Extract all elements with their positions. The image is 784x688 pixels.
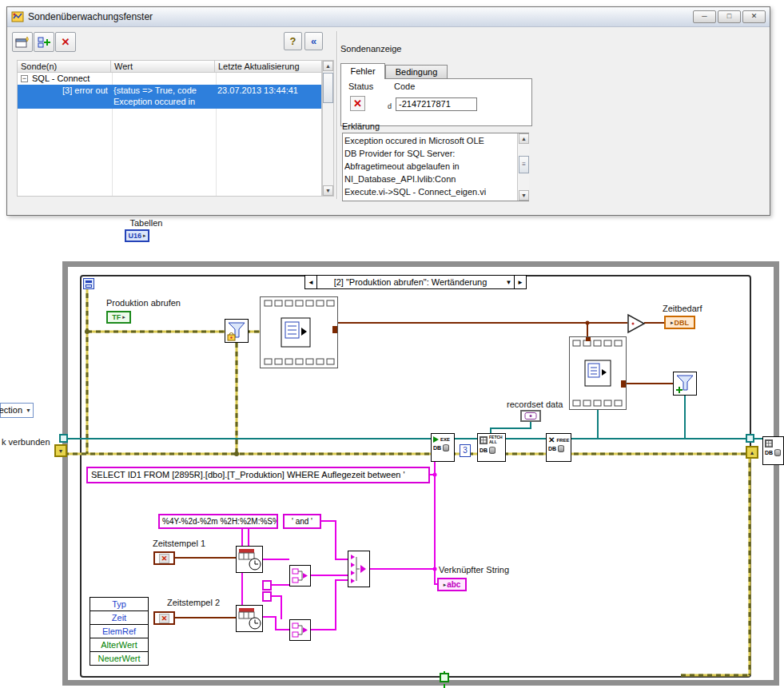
produktion-abrufen-label: Produktion abrufen — [106, 298, 181, 308]
produktion-abrufen-tf-terminal[interactable]: TF ▸ — [106, 311, 131, 324]
tab-bedingung[interactable]: Bedingung — [385, 65, 448, 79]
app-icon — [11, 10, 24, 23]
erklaerung-line: Abfragetimeout abgelaufen in — [344, 160, 515, 173]
tree-row-sql-connect[interactable]: − SQL - Connect — [18, 73, 323, 85]
scroll-down-button[interactable]: ▼ — [519, 190, 529, 201]
event-field-zeit[interactable]: Zeit — [90, 610, 149, 625]
db-execute-query-node[interactable]: EXE DB — [431, 433, 455, 462]
maximize-button[interactable]: □ — [718, 10, 741, 23]
probe-table-body: − SQL - Connect [3] error out {status =>… — [17, 73, 322, 197]
help-button[interactable]: ? — [284, 32, 302, 50]
free-text: FREE — [556, 438, 569, 443]
column-header-sonde[interactable]: Sonde(n) — [17, 60, 111, 73]
small-string-constant[interactable] — [262, 591, 272, 602]
probe-watch-window: Sondenüberwachungsfenster ─ □ ✕ ✕ — [6, 6, 770, 216]
format-datetime-node-2[interactable] — [236, 605, 263, 632]
concatenate-icon — [348, 551, 369, 587]
sequence-frame-2[interactable] — [569, 336, 627, 410]
erklaerung-textbox[interactable]: Exception occured in Microsoft OLE DB Pr… — [342, 133, 529, 201]
db-text: DB — [765, 450, 773, 455]
concatenate-strings-node[interactable] — [348, 551, 370, 587]
column-header-wert[interactable]: Wert — [111, 60, 215, 73]
previous-case-icon[interactable]: ◄ — [305, 276, 317, 288]
hourglass-lock-icon — [225, 320, 248, 342]
tabellen-u16-terminal[interactable]: U16 ▸ — [125, 229, 149, 242]
db-free-recordset-node[interactable]: ✕FREE DB — [546, 433, 571, 462]
string-merge-icon — [290, 620, 310, 640]
scrollbar-thumb[interactable] — [323, 73, 333, 103]
new-probe-window-icon — [15, 36, 30, 49]
zeitstempel2-terminal[interactable]: ✕ — [153, 611, 175, 625]
string-function-node-1[interactable] — [289, 565, 311, 587]
and-string-constant[interactable]: ' and ' — [283, 514, 321, 529]
code-radix[interactable]: d — [388, 102, 392, 110]
recordset-grid-icon — [480, 436, 488, 444]
event-field-elemref[interactable]: ElemRef — [90, 624, 149, 638]
probe-value-line2: Exception occured in — [113, 97, 195, 106]
new-probe-window-button[interactable] — [12, 32, 33, 52]
event-case-selector[interactable]: ◄ [2] "Produktion abrufen": Wertänderung… — [304, 275, 527, 289]
event-data-fields: Typ Zeit ElemRef AlterWert NeuerWert — [90, 597, 149, 666]
zeitstempel1-terminal[interactable]: ✕ — [153, 551, 175, 565]
sql-query-constant[interactable]: SELECT ID1 FROM [2895R].[dbo].[T_Produkt… — [86, 467, 430, 483]
verbunden-label: k verbunden — [2, 437, 50, 447]
delete-probe-icon: ✕ — [62, 36, 70, 48]
small-string-constant[interactable] — [262, 580, 272, 591]
format-datetime-node-1[interactable] — [236, 546, 263, 573]
db-open-connection-node[interactable] — [225, 319, 249, 343]
db-fetch-all-node[interactable]: FETCHALL DB — [477, 433, 506, 462]
collapse-icon: « — [311, 35, 316, 47]
selected-probe-row[interactable]: [3] error out {status => True, code Exce… — [18, 85, 321, 109]
scroll-up-button[interactable]: ▲ — [323, 61, 333, 71]
code-value-field[interactable]: -2147217871 — [396, 97, 477, 111]
time-format-constant[interactable]: %4Y-%2d-%2m %2H:%2M:%S%3u — [158, 514, 278, 529]
zeitbedarf-dbl-terminal[interactable]: ▸ DBL — [664, 316, 695, 329]
minimize-button[interactable]: ─ — [693, 10, 716, 23]
scrollbar-thumb[interactable]: ≡ — [519, 156, 529, 173]
probe-name-cell: [3] error out — [62, 86, 108, 95]
event-field-alterwert[interactable]: AlterWert — [90, 638, 149, 652]
verknuepfter-string-label: Verknüpfter String — [439, 565, 509, 575]
next-case-icon[interactable]: ► — [514, 276, 526, 288]
timestamp-x-icon: ✕ — [159, 614, 170, 623]
recordset-refnum-terminal[interactable] — [520, 410, 541, 422]
comparison-node[interactable] — [627, 313, 646, 334]
window-titlebar[interactable]: Sondenüberwachungsfenster ─ □ ✕ — [7, 7, 770, 27]
zeitbedarf-label: Zeitbedarf — [663, 304, 702, 313]
delete-probe-button[interactable]: ✕ — [55, 32, 76, 52]
case-dropdown-icon[interactable]: ▼ — [503, 276, 514, 288]
erklaerung-line: Execute.vi->SQL - Connect_eigen.vi — [344, 185, 515, 198]
verknuepfter-string-terminal[interactable]: ▸ abc — [437, 578, 467, 591]
scroll-down-button[interactable]: ▼ — [323, 185, 333, 196]
event-field-typ[interactable]: Typ — [90, 597, 149, 611]
tunnel-db-right — [746, 434, 754, 443]
erklaerung-text: Exception occured in Microsoft OLE DB Pr… — [344, 134, 515, 200]
erklaerung-scrollbar[interactable]: ▲ ≡ ▼ — [517, 133, 529, 201]
close-button[interactable]: ✕ — [742, 10, 766, 23]
collapse-panel-button[interactable]: « — [304, 32, 323, 50]
scroll-up-button[interactable]: ▲ — [519, 133, 529, 144]
string-function-node-2[interactable] — [289, 619, 311, 641]
calendar-clock-icon — [237, 606, 262, 631]
erklaerung-line: DB Provider for SQL Server: — [344, 147, 515, 160]
tab-fehler[interactable]: Fehler — [340, 63, 385, 79]
add-probe-button[interactable] — [34, 32, 54, 52]
rows-count-constant[interactable]: 3 — [460, 444, 471, 457]
column-header-aktualisierung[interactable]: Letzte Aktualisierung — [215, 60, 322, 73]
connection-combo[interactable]: nnection ▼ — [0, 403, 34, 418]
window-title: Sondenüberwachungsfenster — [28, 11, 153, 22]
db-node-partial[interactable]: DB — [762, 436, 784, 465]
status-label: Status — [348, 82, 373, 91]
tree-expander[interactable]: − — [21, 75, 28, 82]
table-scrollbar[interactable]: ▲ ▼ — [322, 60, 334, 197]
event-field-neuerwert[interactable]: NeuerWert — [90, 651, 149, 666]
window-controls: ─ □ ✕ — [693, 10, 766, 23]
all-text: ALL — [489, 440, 503, 444]
sequence-frame-1[interactable] — [260, 296, 338, 368]
db-close-connection-node[interactable] — [673, 372, 697, 396]
hourglass-plus-icon — [674, 372, 696, 395]
code-label: Code — [394, 82, 415, 91]
u16-text: U16 — [128, 232, 141, 240]
probe-display-title: Sondenanzeige — [340, 44, 401, 54]
event-case-label[interactable]: [2] "Produktion abrufen": Wertänderung — [317, 276, 503, 288]
